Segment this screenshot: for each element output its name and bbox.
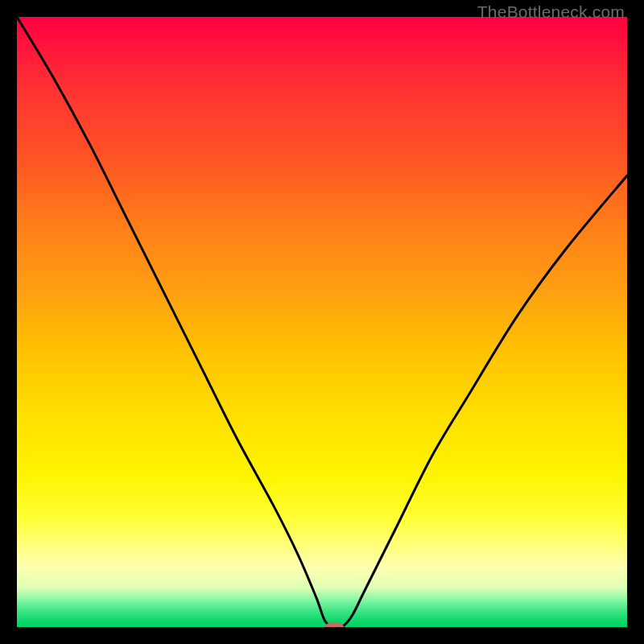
- curve-layer: [17, 17, 627, 627]
- curve-path: [17, 17, 627, 627]
- chart-frame: TheBottleneck.com: [0, 0, 644, 644]
- watermark-text: TheBottleneck.com: [477, 2, 625, 22]
- plot-area: [17, 17, 627, 627]
- bottleneck-curve: [17, 17, 627, 627]
